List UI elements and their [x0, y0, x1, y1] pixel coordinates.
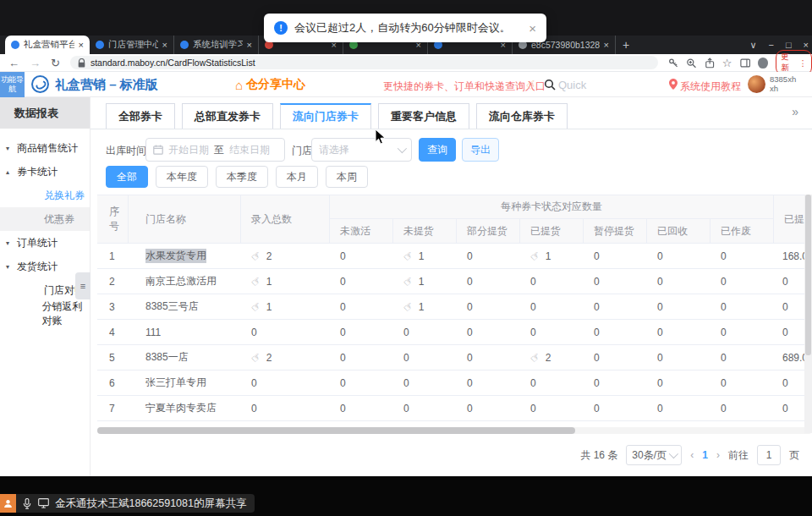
content-tab-2[interactable]: 总部直发券卡: [182, 103, 273, 129]
cell-status-4: 0: [520, 320, 584, 344]
cell-status-2: 0: [393, 396, 457, 420]
goto-page-input[interactable]: [757, 445, 781, 465]
share-center-link[interactable]: ⌂ 仓分享中心: [235, 77, 305, 92]
sidebar-item-5[interactable]: ▾订单统计: [0, 231, 90, 255]
quick-filter-5[interactable]: 本周: [326, 166, 368, 188]
tab-close-icon[interactable]: ×: [247, 40, 252, 50]
cell-status-2[interactable]: ☞1: [393, 244, 457, 268]
cell-value: 0: [721, 276, 727, 288]
current-page[interactable]: 1: [702, 449, 708, 461]
sidebar-item-3[interactable]: 兑换礼券: [0, 184, 90, 207]
cell-store-name: 水果发货专用: [129, 244, 241, 268]
browser-tab-1[interactable]: 礼盒营销平台管理中心×: [5, 36, 90, 54]
screen-share-pill: 金禾通技术王斌18662591081的屏幕共享: [0, 494, 255, 513]
cell-value: 0: [657, 403, 663, 414]
cell-total-count: 0: [241, 320, 330, 344]
minimize-icon[interactable]: −: [768, 40, 773, 50]
end-date-placeholder[interactable]: 结束日期: [229, 143, 270, 157]
user-avatar[interactable]: [748, 75, 765, 93]
total-count: 共 16 条: [580, 448, 617, 463]
zoom-icon[interactable]: [686, 58, 696, 69]
bookmark-star-icon[interactable]: ☆: [722, 57, 732, 69]
cell-status-6: 0: [647, 396, 710, 420]
cell-status-1: 0: [330, 294, 393, 319]
pointer-hand-icon: ☞: [401, 299, 417, 315]
browser-tab-2[interactable]: 门店管理中心×: [90, 36, 174, 54]
page-size-value: 30条/页: [632, 448, 667, 463]
vertical-scrollbar[interactable]: [804, 195, 812, 433]
tab-close-icon[interactable]: ×: [604, 40, 609, 50]
side-panel-icon[interactable]: [740, 58, 750, 69]
start-date-placeholder[interactable]: 开始日期: [168, 143, 209, 157]
cell-value: 0: [403, 403, 409, 414]
presenter-icon: [0, 494, 16, 513]
quick-filter-2[interactable]: 本年度: [156, 166, 208, 188]
export-button[interactable]: 导出: [462, 138, 499, 162]
tab-close-icon[interactable]: ×: [162, 40, 167, 50]
cell-status-3: 0: [457, 396, 520, 420]
quick-label[interactable]: Quick: [558, 79, 586, 91]
sidebar-collapse-handle[interactable]: ≡: [75, 272, 91, 299]
quick-search-icon[interactable]: [544, 79, 556, 91]
menu-dots-icon[interactable]: ⋮: [799, 58, 808, 68]
quick-filter-3[interactable]: 本季度: [216, 166, 268, 188]
address-bar[interactable]: standard.maboy.cn/CardFlowStatisticsList: [70, 56, 658, 69]
cell-status-4[interactable]: ☞1: [520, 244, 584, 268]
page-size-select[interactable]: 30条/页: [626, 445, 682, 465]
maximize-icon[interactable]: □: [786, 40, 792, 50]
share-icon[interactable]: [705, 58, 715, 69]
back-icon[interactable]: ←: [8, 58, 19, 69]
horizontal-scrollbar[interactable]: [97, 427, 812, 434]
col-group-status: 每种券卡状态对应数量 未激活未提货部分提货已提货暂停提货已回收已作废: [330, 195, 774, 243]
table-row-3: 38385三号店☞10☞1000000: [97, 294, 812, 320]
expand-arrow-icon: ▾: [6, 239, 16, 247]
cell-status-2[interactable]: ☞1: [393, 294, 457, 319]
cell-value: 0: [467, 352, 473, 364]
cell-status-2[interactable]: ☞1: [393, 269, 457, 294]
col-header-no: 序号: [97, 195, 129, 243]
sidebar-item-2[interactable]: ▴券卡统计: [0, 160, 90, 184]
key-icon[interactable]: [668, 58, 678, 69]
store-select[interactable]: 请选择: [311, 138, 412, 162]
horizontal-scrollbar-thumb[interactable]: [97, 427, 575, 434]
sidebar-item-1[interactable]: ▾商品销售统计: [0, 136, 90, 160]
group-header-label: 每种券卡状态对应数量: [330, 195, 773, 219]
forward-icon[interactable]: →: [30, 58, 41, 69]
cell-status-6: 0: [647, 244, 710, 268]
cell-total-count[interactable]: ☞2: [241, 244, 330, 268]
toast-close-icon[interactable]: ×: [529, 21, 536, 36]
cell-value: 1: [266, 301, 272, 313]
cell-total-count[interactable]: ☞2: [241, 345, 330, 370]
cell-status-4[interactable]: ☞2: [520, 345, 584, 370]
table-row-4: 4111000000000: [97, 320, 812, 345]
content-tab-1[interactable]: 全部券卡: [106, 103, 175, 129]
sidebar-item-4[interactable]: 优惠券: [0, 207, 90, 231]
profile-avatar-icon[interactable]: [758, 58, 768, 69]
tab-close-icon[interactable]: ×: [79, 40, 84, 50]
refresh-icon[interactable]: ↻: [51, 58, 60, 69]
system-tutorial-link[interactable]: 系统使用教程: [680, 80, 741, 94]
date-range-picker[interactable]: 开始日期 至 结束日期: [145, 138, 285, 162]
prev-page-icon[interactable]: ‹: [690, 449, 694, 461]
sidebar-item-8[interactable]: 分销返利对账: [0, 302, 90, 326]
tabs-collapse-icon[interactable]: »: [792, 105, 797, 118]
vertical-scrollbar-thumb[interactable]: [805, 195, 811, 355]
function-nav-toggle[interactable]: 功能导航: [0, 72, 25, 97]
content-tab-3[interactable]: 流向门店券卡: [280, 103, 371, 129]
search-button[interactable]: 查询: [419, 138, 456, 162]
quick-filter-4[interactable]: 本月: [276, 166, 318, 188]
cell-total-count[interactable]: ☞1: [241, 294, 330, 319]
cell-value: 0: [467, 301, 473, 313]
browser-tab-3[interactable]: 系统培训学习×: [174, 36, 259, 54]
new-tab-button[interactable]: +: [616, 36, 636, 54]
cell-total-count[interactable]: ☞1: [241, 269, 330, 294]
cell-value: 0: [657, 352, 663, 364]
next-page-icon[interactable]: ›: [716, 449, 720, 461]
content-tab-4[interactable]: 重要客户信息: [378, 103, 469, 129]
cell-value: 0: [467, 327, 473, 338]
quick-filter-1[interactable]: 全部: [106, 166, 148, 188]
tab-search-icon[interactable]: ∨: [749, 40, 756, 51]
close-window-icon[interactable]: ×: [804, 40, 809, 50]
content-tab-5[interactable]: 流向仓库券卡: [476, 103, 568, 129]
cell-value: 0: [721, 403, 727, 414]
